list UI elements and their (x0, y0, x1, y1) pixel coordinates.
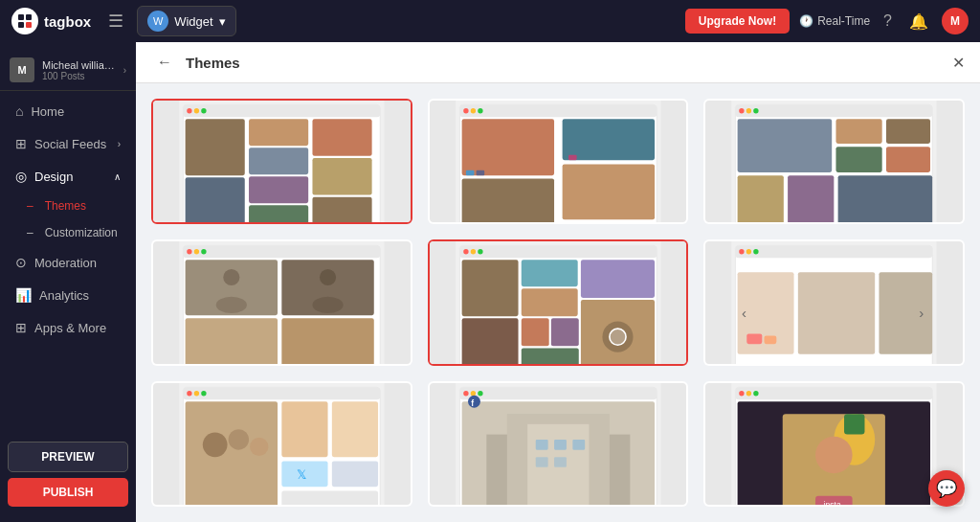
sidebar-item-home[interactable]: ⌂ Home (4, 96, 132, 126)
svg-point-55 (216, 297, 247, 313)
sidebar-subitem-customization[interactable]: Customization (4, 220, 132, 245)
svg-rect-59 (281, 319, 373, 366)
help-button[interactable]: ? (880, 9, 896, 34)
svg-rect-103 (281, 401, 327, 457)
svg-rect-74 (521, 319, 548, 347)
notifications-button[interactable]: 🔔 (905, 9, 932, 34)
svg-point-57 (312, 297, 343, 313)
svg-rect-135 (844, 414, 864, 434)
sidebar-item-social-feeds-label: Social Feeds (34, 137, 106, 151)
svg-point-124 (468, 396, 480, 408)
avatar[interactable]: M (942, 8, 969, 34)
theme-7[interactable]: 𝕏 (151, 381, 412, 507)
realtime-label: Real-Time (817, 14, 870, 28)
sidebar-item-moderation[interactable]: ⊙ Moderation (4, 247, 132, 278)
svg-point-56 (320, 269, 336, 285)
svg-rect-43 (738, 175, 784, 224)
logo-icon (11, 8, 38, 34)
svg-rect-18 (312, 197, 371, 225)
svg-rect-121 (572, 440, 585, 450)
sidebar-subitem-themes[interactable]: Themes (4, 193, 132, 218)
svg-text:‹: ‹ (742, 306, 746, 322)
svg-rect-71 (521, 289, 577, 317)
theme-modern-card[interactable]: MODERN CARD (151, 99, 412, 224)
sidebar-item-moderation-label: Moderation (34, 256, 97, 270)
svg-rect-16 (312, 119, 371, 156)
user-text: Micheal william... 100 Posts (42, 59, 116, 81)
preview-button[interactable]: PREVIEW (8, 442, 128, 472)
svg-point-129 (740, 391, 745, 396)
sidebar-item-design[interactable]: ◎ Design ∧ (4, 161, 132, 192)
themes-header: ← Themes ✕ (136, 42, 980, 83)
svg-point-22 (463, 108, 468, 113)
widget-chevron-icon: ▾ (219, 14, 226, 29)
svg-rect-48 (183, 246, 380, 259)
svg-rect-95 (183, 387, 380, 399)
theme-8[interactable]: f (428, 381, 689, 507)
widget-icon: W (147, 11, 168, 32)
user-name: Micheal william... (42, 59, 116, 71)
svg-rect-41 (836, 147, 882, 172)
svg-point-36 (746, 108, 751, 113)
sidebar: M Micheal william... 100 Posts › ⌂ Home … (0, 42, 136, 522)
svg-rect-88 (880, 272, 933, 354)
back-button[interactable]: ← (151, 52, 178, 73)
svg-rect-90 (765, 336, 777, 345)
theme-9[interactable]: insta (703, 381, 965, 507)
widget-selector[interactable]: W Widget ▾ (137, 6, 235, 36)
theme-classic-photo[interactable]: CLASSIC PHOTO (151, 239, 412, 365)
svg-rect-3 (26, 22, 32, 28)
sidebar-item-home-label: Home (31, 104, 64, 119)
upgrade-button[interactable]: Upgrade Now! (685, 9, 790, 34)
theme-horizontal-slider[interactable]: ‹ › HORIZONTAL SLIDER (703, 239, 965, 365)
clock-icon: 🕐 (799, 14, 813, 28)
theme-square-photo[interactable]: SQUARE PHOTO (428, 239, 689, 365)
close-button[interactable]: ✕ (952, 54, 965, 72)
theme-news-card[interactable]: NEWS CARD (703, 99, 965, 224)
svg-point-8 (194, 108, 199, 113)
svg-point-51 (201, 249, 206, 254)
svg-rect-42 (886, 147, 930, 172)
svg-rect-38 (738, 119, 833, 172)
content-area: ← Themes ✕ (136, 42, 980, 522)
chat-icon: 💬 (936, 478, 957, 499)
user-info[interactable]: M Micheal william... 100 Posts › (0, 50, 136, 91)
sidebar-subitem-customization-label: Customization (45, 226, 118, 239)
svg-point-37 (754, 108, 759, 113)
hamburger-button[interactable]: ☰ (104, 7, 127, 35)
themes-header-left: ← Themes (151, 52, 240, 73)
design-chevron-icon: ∧ (114, 171, 121, 182)
svg-rect-65 (459, 246, 657, 259)
svg-point-79 (610, 329, 626, 345)
moderation-icon: ⊙ (15, 255, 27, 270)
svg-point-84 (746, 249, 751, 254)
publish-button[interactable]: PUBLISH (8, 478, 128, 507)
svg-point-24 (478, 108, 482, 113)
sidebar-item-social-feeds[interactable]: ⊞ Social Feeds › (4, 128, 132, 159)
chat-bubble[interactable]: 💬 (928, 470, 965, 507)
sidebar-item-apps-more[interactable]: ⊞ Apps & More (4, 312, 132, 343)
svg-rect-107 (332, 461, 378, 487)
svg-rect-27 (461, 178, 553, 224)
logo-text: tagbox (44, 13, 91, 30)
svg-rect-76 (521, 349, 578, 366)
realtime-button[interactable]: 🕐 Real-Time (799, 14, 870, 28)
user-posts: 100 Posts (42, 71, 116, 81)
svg-rect-26 (562, 119, 654, 160)
svg-rect-1 (26, 14, 32, 20)
svg-point-97 (194, 391, 199, 396)
svg-rect-70 (521, 261, 577, 287)
svg-rect-12 (249, 119, 308, 146)
svg-rect-58 (186, 319, 278, 366)
svg-rect-28 (562, 164, 654, 219)
widget-label: Widget (174, 14, 212, 29)
sidebar-item-analytics[interactable]: 📊 Analytics (4, 280, 132, 310)
theme-square-photo-preview (430, 241, 687, 365)
logo: tagbox (11, 8, 91, 34)
svg-rect-14 (249, 176, 308, 203)
svg-rect-0 (18, 14, 24, 20)
sidebar-bottom: PREVIEW PUBLISH (0, 434, 136, 514)
svg-rect-21 (459, 104, 657, 117)
svg-rect-44 (788, 175, 834, 224)
theme-classic-card[interactable]: CLASSIC CARD (428, 99, 689, 224)
